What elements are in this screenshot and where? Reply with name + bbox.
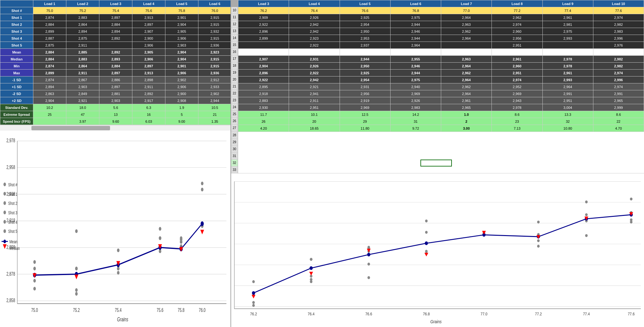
- svg-point-77: [3, 240, 6, 243]
- svg-text:75.4: 75.4: [115, 307, 122, 313]
- svg-text:77.0: 77.0: [480, 312, 487, 316]
- row-label-shot3: Shot 3: [0, 28, 33, 35]
- svg-text:Grains: Grains: [117, 316, 128, 323]
- svg-text:75.2: 75.2: [73, 307, 80, 313]
- left-table-container: Load 1 Load 2 Load 3 Load 4 Load 5 Load …: [0, 0, 230, 125]
- svg-text:75.6: 75.6: [157, 307, 164, 313]
- svg-text:Shot 5: Shot 5: [8, 229, 17, 234]
- table-row: 4.20 18.65 11.80 9.72 3.00 7.13 10.80 4.…: [238, 125, 644, 132]
- svg-point-130: [585, 200, 588, 203]
- svg-point-70: [3, 211, 6, 214]
- svg-point-36: [75, 267, 78, 270]
- table-row: Shot 2 2,884 2,864 2,884 2,897 2,904 2,9…: [0, 21, 231, 28]
- svg-marker-147: [425, 253, 428, 257]
- svg-point-102: [252, 301, 255, 304]
- row-label-speed: Speed Incr (FPS): [0, 118, 33, 125]
- svg-point-50: [180, 240, 182, 244]
- svg-text:Shot 2: Shot 2: [8, 201, 17, 206]
- table-row: +1 SD 2,894 2,903 2,897 2,911 2,906 2,93…: [0, 83, 231, 90]
- col-header-load6: Load 6: [198, 0, 231, 7]
- svg-point-35: [33, 260, 36, 264]
- svg-point-105: [310, 258, 312, 261]
- table-row: Shot 1 2,874 2,883 2,897 2,913 2,901 2,9…: [0, 14, 231, 21]
- row-label-minus1sd: -1 SD: [0, 76, 33, 83]
- row-label-max: Max: [0, 70, 33, 76]
- svg-point-113: [425, 219, 428, 222]
- svg-point-72: [3, 220, 6, 224]
- row-label-shot5: Shot 5: [0, 42, 33, 49]
- scrollbar-thumb[interactable]: [31, 126, 110, 130]
- svg-point-49: [159, 236, 161, 240]
- svg-point-25: [117, 248, 119, 252]
- svg-text:77.2: 77.2: [535, 312, 542, 316]
- table-row: Mean 2,884 2,885 2,892 2,905 2,904 2,923: [0, 49, 231, 56]
- table-row: Standard Dev. 10.2 18.0 5.6 6.3 1.9 10.5: [0, 104, 231, 111]
- table-row: 2,883 2,911 2,919 2,926 2,961 2,943 2,95…: [238, 97, 644, 104]
- svg-text:76.6: 76.6: [365, 312, 372, 316]
- svg-point-107: [310, 280, 312, 283]
- col-header-load2: Load 2: [66, 0, 99, 7]
- svg-text:Shot 3: Shot 3: [8, 210, 17, 215]
- col-header-load4: Load 4: [132, 0, 165, 7]
- table-row: 76.2 76.4 76.6 76.8 77.0 77.2 77.4 77.6: [238, 7, 644, 14]
- row-label-stddev: Standard Dev.: [0, 104, 33, 111]
- col-header-load3: Load 3: [99, 0, 132, 7]
- table-row: Min 2,874 2,864 2,884 2,897 2,901 2,915: [0, 63, 231, 70]
- table-row: -1 SD 2,874 2,867 2,886 2,898 2,902 2,91…: [0, 76, 231, 83]
- table-row: Max 2,899 2,911 2,897 2,913 2,906 2,936: [0, 70, 231, 76]
- svg-point-125: [537, 239, 540, 242]
- svg-point-139: [425, 241, 428, 245]
- svg-text:77.6: 77.6: [628, 312, 635, 316]
- svg-point-134: [630, 198, 632, 200]
- svg-point-45: [180, 236, 182, 240]
- svg-text:2,958: 2,958: [7, 164, 15, 170]
- table-row: Median 2,884 2,883 2,893 2,906 2,904 2,9…: [0, 56, 231, 63]
- svg-text:Shot 4: Shot 4: [8, 220, 17, 225]
- svg-text:76.4: 76.4: [308, 312, 315, 316]
- table-row: Shot 5 2,875 2,911 2,906 2,903 2,936: [0, 42, 231, 49]
- table-row: 2,922 2,937 2,964 2,951 2,976: [238, 42, 644, 49]
- svg-point-29: [33, 267, 36, 270]
- svg-text:76.8: 76.8: [423, 312, 430, 316]
- svg-point-74: [3, 229, 6, 233]
- row-label-minus2sd: -2 SD: [0, 90, 33, 97]
- table-row: Shot 3 2,899 2,894 2,894 2,907 2,905 2,9…: [0, 28, 231, 35]
- svg-point-57: [201, 221, 204, 226]
- table-row: 2,907 2,931 2,944 2,955 2,963 2,961 2,97…: [238, 56, 644, 63]
- table-row: Shot # 75.0 75.2 75.4 75.6 75.8 76.0: [0, 7, 231, 14]
- row-label-mean: Mean: [0, 49, 33, 56]
- right-table-header: Load 3 Load 4 Load 5 Load 6 Load 7 Load …: [238, 0, 644, 7]
- table-row: 2,922 2,942 2,954 2,944 2,963 2,974 2,98…: [238, 21, 644, 28]
- svg-point-47: [33, 287, 36, 290]
- svg-text:Shot 1: Shot 1: [8, 192, 17, 197]
- table-row: 2,904 2,926 2,950 2,946 2,964 2,960 2,97…: [238, 63, 644, 70]
- row-label-median: Median: [0, 56, 33, 63]
- row-label-plus1sd: +1 SD: [0, 83, 33, 90]
- svg-point-127: [585, 234, 588, 237]
- row-label-shot2: Shot 2: [0, 21, 33, 28]
- row-label-min: Min: [0, 63, 33, 70]
- row-numbers-column: 10 11 12 13 14 15 16 17 18 19 20 21 22 2…: [231, 0, 238, 132]
- svg-point-64: [3, 183, 6, 186]
- col-header-load1: Load 1: [33, 0, 66, 7]
- svg-point-37: [117, 267, 119, 270]
- col-header-load5: Load 5: [165, 0, 198, 7]
- horizontal-scrollbar[interactable]: [0, 125, 230, 131]
- table-header-row: Load 1 Load 2 Load 3 Load 4 Load 5 Load …: [0, 0, 231, 7]
- svg-point-30: [75, 292, 78, 296]
- svg-point-48: [75, 229, 78, 233]
- svg-point-117: [425, 231, 428, 234]
- svg-point-68: [3, 201, 6, 205]
- row-label-shot-num: Shot #: [0, 7, 33, 14]
- svg-text:77.4: 77.4: [583, 312, 590, 316]
- svg-point-26: [159, 227, 161, 231]
- svg-point-23: [33, 279, 36, 283]
- svg-point-101: [252, 304, 255, 307]
- table-row: 2,918 2,941 2,956 2,969 2,964 2,969 2,99…: [238, 90, 644, 97]
- table-row: 11.7 10.1 12.5 14.2 1.0 8.6 13.3 8.6: [238, 111, 644, 118]
- selected-cell[interactable]: [420, 160, 452, 166]
- svg-point-135: [630, 218, 632, 221]
- svg-text:Grains: Grains: [430, 319, 441, 324]
- svg-point-128: [585, 213, 588, 216]
- svg-text:Median: Median: [9, 246, 20, 251]
